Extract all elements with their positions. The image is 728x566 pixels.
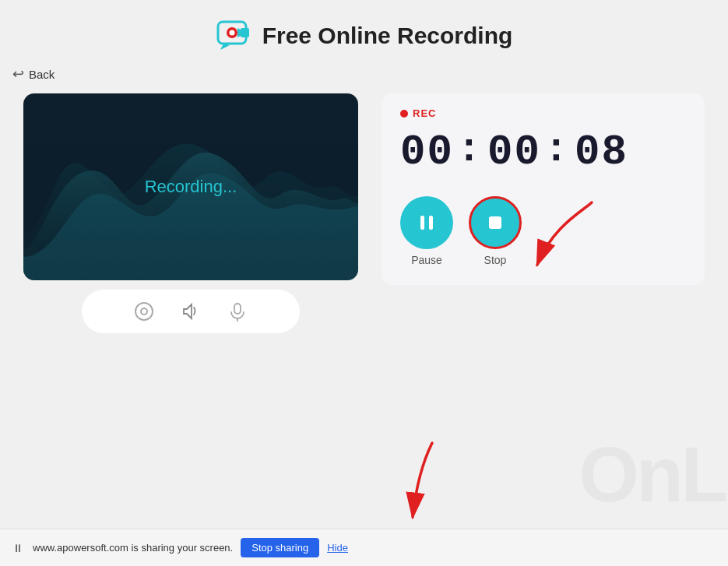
rec-text: REC [413, 107, 436, 119]
stop-group: Stop [469, 196, 522, 266]
pause-button[interactable] [400, 196, 453, 249]
hide-link[interactable]: Hide [327, 542, 348, 554]
svg-rect-10 [420, 216, 424, 230]
bottom-bar: ⏸ www.apowersoft.com is sharing your scr… [0, 529, 728, 566]
main-content: Recording... [0, 86, 728, 341]
watermark: OnLi [579, 430, 728, 519]
svg-point-3 [229, 30, 234, 36]
page-title: Free Online Recording [262, 23, 513, 49]
svg-marker-5 [237, 28, 241, 37]
sharing-text: www.apowersoft.com is sharing your scree… [33, 542, 233, 554]
back-label: Back [29, 68, 55, 81]
header: Free Online Recording [0, 0, 728, 62]
stop-label: Stop [484, 254, 507, 266]
back-arrow-icon: ↩ [12, 65, 24, 83]
rec-area: REC 00 : 00 : 08 Pa [382, 93, 705, 285]
pause-group: Pause [400, 196, 453, 266]
back-button[interactable]: ↩ Back [0, 62, 67, 86]
timer-minutes: 00 [487, 128, 541, 176]
mic-control[interactable] [225, 299, 250, 324]
svg-rect-8 [234, 304, 241, 314]
rec-dot [400, 110, 408, 118]
timer-display: 00 : 00 : 08 [400, 124, 686, 181]
btn-row: Pause Stop [400, 196, 686, 266]
svg-rect-4 [241, 28, 249, 37]
pause-indicator-icon: ⏸ [12, 542, 23, 554]
svg-point-6 [135, 303, 153, 320]
pause-label: Pause [411, 254, 442, 266]
speaker-control[interactable] [178, 299, 203, 324]
svg-rect-12 [489, 216, 501, 229]
svg-point-7 [141, 308, 147, 315]
camera-control[interactable] [132, 299, 157, 324]
rec-indicator: REC [400, 107, 686, 119]
video-panel: Recording... [23, 93, 358, 333]
controls-row [82, 290, 300, 333]
timer-hours: 00 [400, 128, 454, 176]
right-panel: REC 00 : 00 : 08 Pa [382, 93, 705, 293]
recording-label: Recording... [145, 177, 237, 197]
svg-rect-11 [429, 216, 433, 230]
arrow-sharing-icon [385, 435, 463, 529]
stop-button[interactable] [469, 196, 522, 249]
timer-colon-1: : [457, 127, 484, 178]
app-icon [216, 17, 253, 54]
video-preview: Recording... [23, 93, 358, 280]
timer-seconds: 08 [575, 128, 628, 176]
timer-colon-2: : [544, 127, 571, 178]
stop-sharing-button[interactable]: Stop sharing [241, 538, 319, 557]
